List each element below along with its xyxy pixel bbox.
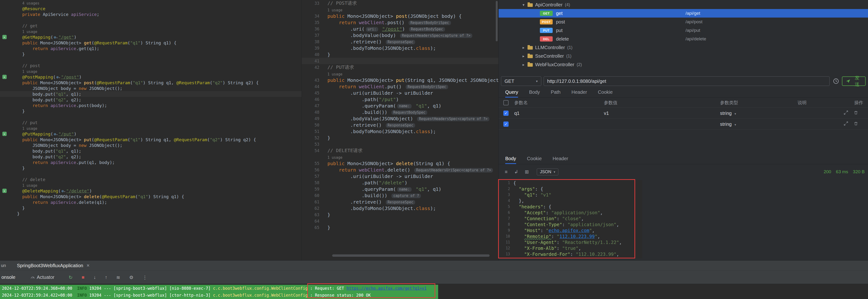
close-icon[interactable]: × xyxy=(87,263,90,269)
globe-icon[interactable]: ⊕▾ xyxy=(54,35,58,40)
usages-hint[interactable]: 1 usage xyxy=(17,126,37,131)
code-token: @PutMapping xyxy=(22,131,51,137)
row-checkbox[interactable]: ✓ xyxy=(503,111,508,116)
method-select-value: GET xyxy=(504,79,514,84)
url-link[interactable]: "/post" xyxy=(382,26,402,32)
tab-request-query[interactable]: Query xyxy=(505,89,518,97)
url-link[interactable]: "/put" xyxy=(59,131,74,137)
http-request-gutter-icon[interactable]: ▸ xyxy=(2,132,7,136)
collapse-regions-icon[interactable]: ⊞ xyxy=(525,169,529,175)
usages-hint[interactable]: 1 usage xyxy=(17,183,37,188)
globe-icon[interactable]: ⊕▾ xyxy=(61,189,65,193)
json-line: 8 "Content-Type": "application/json", xyxy=(500,222,642,228)
select-all-checkbox[interactable] xyxy=(503,100,508,106)
json-link[interactable]: 112.10.223.99 xyxy=(560,234,595,239)
delete-row-icon[interactable] xyxy=(854,110,858,115)
code-token: public xyxy=(328,77,344,83)
delete-row-icon[interactable] xyxy=(854,121,858,126)
code-token: return xyxy=(339,84,356,89)
stop-icon[interactable]: ■ xyxy=(82,274,84,280)
chevron-down-icon[interactable]: ▾ xyxy=(520,3,527,7)
code-line: 51 .bodyToMono(JSONObject.class); xyxy=(302,128,498,134)
tab-request-path[interactable]: Path xyxy=(551,89,560,97)
response-body-viewer[interactable]: 1{2 "args": {3 "q1": "v1"4 },5 "headers"… xyxy=(500,180,642,259)
code-text: body.put("q2", q2); xyxy=(15,97,81,102)
soft-wrap-console-icon[interactable]: ≋ xyxy=(116,274,120,280)
tree-endpoint-item[interactable]: POSTpost/api/post xyxy=(499,18,868,26)
globe-icon[interactable]: ⊕▾ xyxy=(56,75,60,80)
usages-hint[interactable]: 1 usage xyxy=(17,69,37,74)
tab-response-body[interactable]: Body xyxy=(505,156,516,164)
usages-hint[interactable]: 4 usages xyxy=(17,1,39,5)
run-tool-label: un xyxy=(1,263,6,268)
json-token: , xyxy=(597,234,600,239)
json-link[interactable]: echo.apifox.com xyxy=(549,228,589,233)
settings-icon[interactable]: ⚙ xyxy=(129,274,133,280)
chevron-right-icon[interactable]: ▸ xyxy=(520,54,527,58)
globe-icon[interactable]: ⊕▾ xyxy=(54,132,58,137)
method-select[interactable]: GET ▾ xyxy=(501,77,541,86)
chevron-right-icon[interactable]: ▸ xyxy=(520,62,527,67)
code-text: public Mono<JSONObject> put(String q1, J… xyxy=(326,77,498,83)
code-editor-controller[interactable]: 4 usages @Resource private ApiService ap… xyxy=(0,0,302,260)
usages-hint[interactable]: 1 usage xyxy=(328,155,342,160)
chevron-right-icon[interactable]: ▸ xyxy=(520,45,527,50)
run-tab[interactable]: SpringBoot3WebfluxApplication × xyxy=(17,263,90,269)
param-type-select[interactable]: string▾ xyxy=(720,121,736,127)
tree-endpoint-item[interactable]: PUTput/api/put xyxy=(499,26,868,35)
tree-endpoint-path: /api/delete xyxy=(685,36,706,41)
http-request-gutter-icon[interactable]: ▸ xyxy=(2,35,7,39)
format-json-icon[interactable]: ≡ xyxy=(505,169,507,175)
tab-console[interactable]: onsole xyxy=(1,274,16,280)
history-icon[interactable] xyxy=(833,78,839,84)
json-token: , xyxy=(616,251,619,257)
code-token: } xyxy=(17,109,25,114)
send-label: 发送 xyxy=(852,75,862,88)
tab-actuator[interactable]: Actuator xyxy=(31,274,54,280)
row-checkbox[interactable]: ✓ xyxy=(503,121,508,127)
code-token xyxy=(17,23,22,28)
up-arrow-icon[interactable]: ↑ xyxy=(105,274,107,280)
tree-folder-item[interactable]: ▸WebFluxController(2) xyxy=(499,60,868,69)
expand-icon[interactable] xyxy=(844,110,848,115)
code-token: ( xyxy=(128,40,130,45)
tab-response-header[interactable]: Header xyxy=(553,156,568,164)
url-link[interactable]: "/delete" xyxy=(66,188,89,193)
usages-hint[interactable]: 1 usage xyxy=(328,72,342,77)
tab-request-body[interactable]: Body xyxy=(529,89,540,97)
rerun-icon[interactable]: ↻ xyxy=(68,274,72,280)
url-link[interactable]: "/post" xyxy=(61,74,79,80)
param-value-cell[interactable]: v1 xyxy=(604,110,609,116)
tree-endpoint-item[interactable]: GETget/api/get xyxy=(499,9,868,18)
param-name-cell[interactable]: q1 xyxy=(514,110,520,116)
http-request-gutter-icon[interactable]: ▸ xyxy=(2,189,7,193)
tab-request-cookie[interactable]: Cookie xyxy=(598,89,613,97)
format-select[interactable]: JSON ▾ xyxy=(537,169,558,175)
vertical-scrollbar[interactable] xyxy=(496,1,498,41)
tab-request-header[interactable]: Header xyxy=(571,89,587,97)
down-arrow-icon[interactable]: ↓ xyxy=(93,274,96,280)
gutter: 47 xyxy=(302,103,326,108)
tree-folder-item[interactable]: ▸SseController(1) xyxy=(499,52,868,60)
tree-endpoint-item[interactable]: DELdelete/api/delete xyxy=(499,35,868,43)
code-editor-webclient-service[interactable]: 33// POST请求1 usage34public Mono<JSONObje… xyxy=(302,0,498,260)
url-link[interactable]: "/get" xyxy=(59,35,74,40)
code-token: post xyxy=(396,13,407,19)
code-token: webClient xyxy=(359,84,384,89)
horizontal-scrollbar[interactable] xyxy=(332,255,490,257)
soft-wrap-icon[interactable]: ↲ xyxy=(514,169,518,175)
console-output[interactable]: 2024-12-03T22:59:24.368+08:00 INFO 19204… xyxy=(0,284,868,299)
tree-folder-item[interactable]: ▾ApiController(4) xyxy=(499,0,868,9)
log-url-link[interactable]: https://echo.apifox.com/get?q1=v1 xyxy=(346,286,427,291)
send-button[interactable]: 发送 xyxy=(842,77,866,86)
code-token xyxy=(48,200,51,205)
url-input[interactable] xyxy=(544,77,830,86)
usages-hint[interactable]: 1 usage xyxy=(328,8,342,12)
tree-folder-item[interactable]: ▸LLMController(1) xyxy=(499,43,868,52)
usages-hint[interactable]: 1 usage xyxy=(17,30,37,34)
param-type-select[interactable]: string▾ xyxy=(720,110,736,116)
more-icon[interactable]: ⋮ xyxy=(143,274,147,280)
http-request-gutter-icon[interactable]: ▸ xyxy=(2,75,7,79)
tab-response-cookie[interactable]: Cookie xyxy=(527,156,542,164)
expand-icon[interactable] xyxy=(844,121,848,126)
